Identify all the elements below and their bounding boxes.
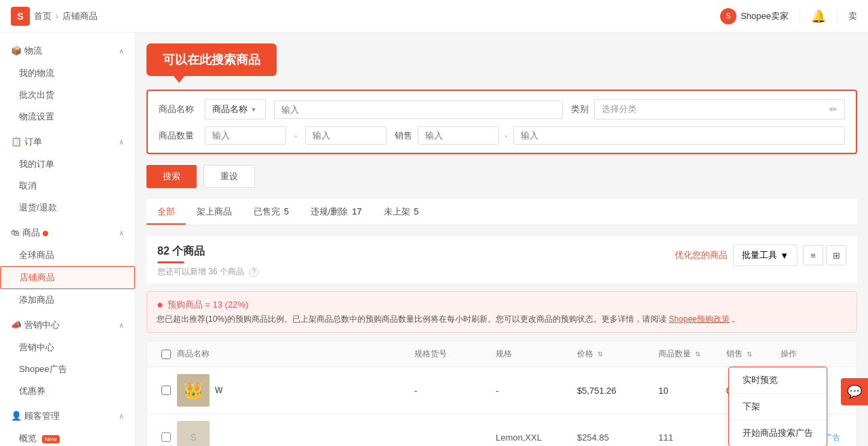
sales-divider: - xyxy=(505,130,507,141)
product-count-section: 82 个商品 您还可以新增 36 个商品 ? 优化您的商品 批量工具 ▼ ≡ ⊞ xyxy=(146,236,857,283)
row2-name: S xyxy=(177,421,414,446)
header-price: 价格 ⇅ xyxy=(577,348,658,360)
sales-min-input[interactable] xyxy=(418,126,499,145)
view-icons: ≡ ⊞ xyxy=(803,245,846,265)
sales-sort-icon[interactable]: ⇅ xyxy=(747,350,752,358)
name-label: 商品名称 xyxy=(159,103,197,115)
sidebar: 📦 物流 ∧ 我的物流 批次出货 物流设置 📋 订单 ∧ 我的订单 取消 退货/… xyxy=(0,33,136,446)
popup-item-preview[interactable]: 实时预览 xyxy=(729,367,827,394)
sidebar-item-batch-ship[interactable]: 批次出货 xyxy=(0,84,135,106)
sidebar-item-cancel[interactable]: 取消 xyxy=(0,175,135,197)
sidebar-section-products: 🛍 商品 ∧ 全球商品 店铺商品 添加商品 xyxy=(0,221,135,311)
batch-tools-button[interactable]: 批量工具 ▼ xyxy=(733,244,797,266)
sidebar-section-products-header[interactable]: 🛍 商品 ∧ xyxy=(0,221,135,244)
row2-checkbox[interactable] xyxy=(161,432,171,442)
tab-on-shelf[interactable]: 架上商品 xyxy=(186,199,243,225)
help-icon[interactable]: ? xyxy=(249,267,258,277)
edit-icon[interactable]: ✏ xyxy=(829,104,837,115)
header-spec: 规格 xyxy=(496,348,577,360)
chat-bubble[interactable]: 💬 xyxy=(841,378,868,405)
tab-unlisted[interactable]: 未上架 5 xyxy=(373,199,430,225)
tab-all[interactable]: 全部 xyxy=(146,199,186,225)
search-row-quantity: 商品数量 - 销售 - xyxy=(159,126,845,145)
popup-menu: 实时预览 下架 开始商品搜索广告 xyxy=(728,367,827,446)
header-sku: 规格货号 xyxy=(414,348,496,360)
bell-icon[interactable]: 🔔 xyxy=(811,9,826,24)
sidebar-section-logistics: 📦 物流 ∧ 我的物流 批次出货 物流设置 xyxy=(0,39,135,128)
sales-label: 销售 xyxy=(395,130,412,142)
grid-view-button[interactable]: ⊞ xyxy=(826,245,846,265)
quantity-min-input[interactable] xyxy=(205,126,286,145)
sidebar-item-my-orders[interactable]: 我的订单 xyxy=(0,153,135,175)
list-view-button[interactable]: ≡ xyxy=(803,245,823,265)
tab-unlisted-count: 5 xyxy=(414,206,418,217)
sidebar-section-orders: 📋 订单 ∧ 我的订单 取消 退货/退款 xyxy=(0,130,135,219)
new-badge: New xyxy=(42,435,60,443)
row2-thumb: S xyxy=(177,421,210,446)
chevron-down-icon-batch: ▼ xyxy=(780,250,789,261)
tab-sold-out-count: 5 xyxy=(284,206,289,217)
category-label: 类别 xyxy=(571,103,589,115)
warning-dot-icon: ● xyxy=(157,299,163,311)
quantity-divider: - xyxy=(294,130,297,141)
popup-item-ads[interactable]: 开始商品搜索广告 xyxy=(729,420,827,446)
top-nav: S 首页 › 店铺商品 S Shopee卖家 🔔 卖 xyxy=(0,0,868,33)
warning-body: 您已超出推荐(10%)的预购商品比例。已上架商品总数中的预购商品数量比例将在每小… xyxy=(157,314,847,325)
quantity-max-input[interactable] xyxy=(305,126,387,145)
category-select[interactable]: 选择分类 ✏ xyxy=(594,99,845,119)
warning-policy-link[interactable]: Shopee预购政策 xyxy=(669,314,729,324)
chevron-down-icon: ▼ xyxy=(250,106,257,113)
home-link[interactable]: 首页 xyxy=(34,10,52,22)
sidebar-item-global-products[interactable]: 全球商品 xyxy=(0,244,135,266)
sidebar-section-customers-header[interactable]: 👤 顾客管理 ∧ xyxy=(0,405,135,428)
row1-name: 👑 W xyxy=(177,374,414,407)
reset-button[interactable]: 重设 xyxy=(203,165,255,188)
tab-sold-out[interactable]: 已售完 5 xyxy=(243,199,300,225)
seller-name: Shopee卖家 xyxy=(741,10,789,22)
table-header: 商品名称 规格货号 规格 价格 ⇅ 商品数量 ⇅ 销售 ⇅ 操作 xyxy=(147,341,856,367)
category-section: 类别 选择分类 ✏ xyxy=(571,99,845,119)
sidebar-item-overview[interactable]: 概览 New xyxy=(0,428,135,446)
quantity-label: 商品数量 xyxy=(159,130,197,142)
optimize-button[interactable]: 优化您的商品 xyxy=(675,249,728,261)
divider xyxy=(800,8,800,24)
main-layout: 📦 物流 ∧ 我的物流 批次出货 物流设置 📋 订单 ∧ 我的订单 取消 退货/… xyxy=(0,33,868,446)
sidebar-section-orders-header[interactable]: 📋 订单 ∧ xyxy=(0,130,135,153)
product-sub-text: 您还可以新增 36 个商品 ? xyxy=(157,266,258,278)
search-button[interactable]: 搜索 xyxy=(146,165,197,188)
sidebar-item-coupons[interactable]: 优惠券 xyxy=(0,380,135,402)
row2-spec: Lemon,XXL xyxy=(496,432,577,443)
row1-price: $5,751.26 xyxy=(577,386,658,396)
seller-logo: S xyxy=(720,8,736,24)
breadcrumb: 首页 › 店铺商品 xyxy=(34,10,98,22)
sales-max-input[interactable] xyxy=(513,126,845,145)
sidebar-item-logistics-settings[interactable]: 物流设置 xyxy=(0,106,135,128)
tab-violation[interactable]: 违规/删除 17 xyxy=(300,199,373,225)
price-sort-icon[interactable]: ⇅ xyxy=(597,350,603,358)
name-type-select[interactable]: 商品名称 ▼ xyxy=(205,99,266,119)
sidebar-item-my-logistics[interactable]: 我的物流 xyxy=(0,62,135,84)
sidebar-item-add-products[interactable]: 添加商品 xyxy=(0,289,135,311)
row1-checkbox[interactable] xyxy=(161,386,171,395)
sidebar-section-logistics-header[interactable]: 📦 物流 ∧ xyxy=(0,39,135,62)
tooltip-container: 可以在此搜索商品 xyxy=(146,43,857,83)
search-tooltip: 可以在此搜索商品 xyxy=(146,43,277,76)
sidebar-item-marketing-center[interactable]: 营销中心 xyxy=(0,337,135,358)
nav-left: S 首页 › 店铺商品 xyxy=(11,7,98,26)
product-count-text: 82 个商品 xyxy=(157,244,258,259)
product-count-bar xyxy=(157,261,184,263)
popup-item-delist[interactable]: 下架 xyxy=(729,394,827,420)
sidebar-item-shopee-ads[interactable]: Shopee广告 xyxy=(0,358,135,380)
tabs: 全部 架上商品 已售完 5 违规/删除 17 未上架 5 xyxy=(146,199,857,225)
sidebar-section-marketing-header[interactable]: 📣 营销中心 ∧ xyxy=(0,314,135,337)
name-input[interactable] xyxy=(274,100,563,119)
sidebar-item-store-products[interactable]: 店铺商品 xyxy=(0,266,135,289)
select-all-checkbox[interactable] xyxy=(161,350,171,359)
sidebar-item-returns[interactable]: 退货/退款 xyxy=(0,197,135,219)
header-check xyxy=(155,350,177,359)
content-area: 可以在此搜索商品 商品名称 商品名称 ▼ 类别 选择分类 ✏ xyxy=(136,33,868,446)
seller-menu[interactable]: 卖 xyxy=(848,10,857,22)
breadcrumb-sep: › xyxy=(56,11,58,21)
quantity-sort-icon[interactable]: ⇅ xyxy=(695,350,701,358)
sidebar-section-marketing: 📣 营销中心 ∧ 营销中心 Shopee广告 优惠券 xyxy=(0,314,135,402)
